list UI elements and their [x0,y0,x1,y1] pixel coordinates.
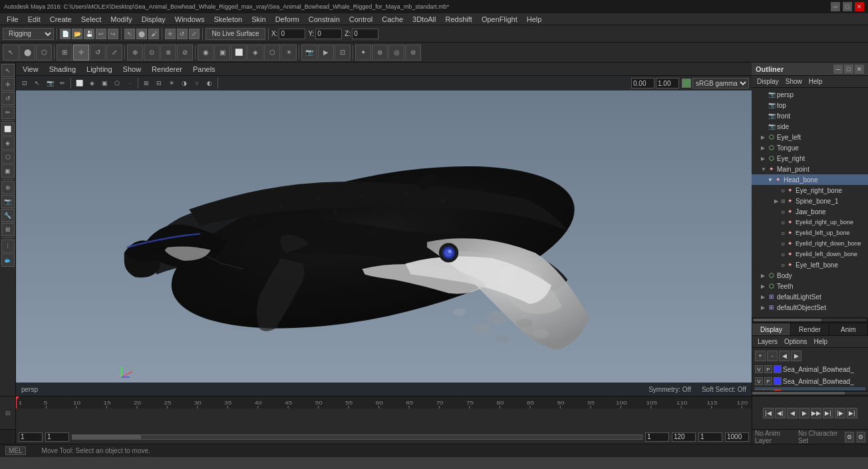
frame-current-2[interactable]: 1 [45,432,69,442]
vp-light-icon[interactable]: ☀ [166,77,178,89]
sidebar-select-icon[interactable]: ↖ [1,64,15,77]
layer-color-2[interactable] [774,377,782,385]
tree-item-persp[interactable]: 📷 persp [752,89,868,100]
tree-item-tongue[interactable]: ▶ ⬡ Tongue [752,142,868,153]
vp-show-btn[interactable]: Show [120,65,144,73]
timeline-main[interactable]: 1 5 10 15 20 25 30 35 40 45 50 55 60 [16,396,752,429]
open-scene-icon[interactable]: 📂 [72,29,82,39]
layer-v-2[interactable]: V [755,377,763,385]
sidebar-rotate-icon[interactable]: ↺ [1,92,15,105]
lasso-select-icon[interactable]: ⬤ [19,45,35,61]
frame-current-1[interactable]: 1 [19,432,43,442]
layer-del-btn[interactable]: - [767,351,778,361]
menu-3dtoall[interactable]: 3DtoAll [408,15,440,24]
outliner-tree[interactable]: 📷 persp 📷 top 📷 front � [752,88,868,317]
gamma-val1[interactable]: 0.00 [631,78,654,88]
new-scene-icon[interactable]: 📄 [60,29,71,39]
vp-flat-icon[interactable]: ▣ [98,77,110,89]
texture-icon[interactable]: ⬡ [264,45,280,61]
tree-item-jawbone[interactable]: ○ ✦ Jaw_bone [752,206,868,217]
layer-right-btn[interactable]: ▶ [791,351,801,361]
tree-item-teeth[interactable]: ▶ ⬡ Teeth [752,281,868,291]
anim-end[interactable]: 1000 [725,432,749,442]
play-forward-btn[interactable]: ▶▶ [811,408,821,418]
display-tab[interactable]: Display [752,323,791,335]
sidebar-box2-icon[interactable]: ⊠ [1,223,15,236]
go-start-btn[interactable]: |◀ [763,408,774,418]
tree-item-eyelidrdnbone[interactable]: ○ ✦ Eyelid_right_down_bone [752,238,868,249]
help-submenu[interactable]: Help [811,338,830,345]
wire-icon[interactable]: ▣ [214,45,230,61]
vp-bounding-icon[interactable]: ⬡ [111,77,123,89]
z-field[interactable] [352,29,378,39]
menu-cache[interactable]: Cache [378,15,407,24]
vp-renderer-btn[interactable]: Renderer [149,65,185,73]
menu-help[interactable]: Help [523,15,546,24]
vp-brush-icon[interactable]: ✏ [57,77,69,89]
select-tool-icon[interactable]: ↖ [3,45,19,61]
tree-item-front[interactable]: 📷 front [752,110,868,121]
sidebar-plus-icon[interactable]: ⊕ [1,181,15,194]
material-icon[interactable]: ◈ [247,45,263,61]
sidebar-brush-icon[interactable]: ✏ [1,106,15,119]
options-submenu[interactable]: Options [782,338,809,345]
menu-openflight[interactable]: OpenFlight [478,15,521,24]
scale-tool-icon[interactable]: ⤢ [106,45,122,61]
gamma-select[interactable]: sRGB gamma [692,78,749,88]
tree-item-eyeleftbone[interactable]: ○ ✦ Eye_left_bone [752,259,868,270]
outliner-hscroll[interactable] [752,317,868,323]
layer-left-btn[interactable]: ◀ [779,351,790,361]
menu-display[interactable]: Display [138,15,170,24]
menu-deform[interactable]: Deform [271,15,303,24]
menu-redshift[interactable]: Redshift [442,15,476,24]
transform-icon[interactable]: ⊞ [57,45,72,61]
tree-item-body[interactable]: ▶ ⬡ Body [752,270,868,281]
anim-tab[interactable]: Anim [829,323,868,335]
vp-wire-icon[interactable]: ⬜ [73,77,85,89]
live-surface-btn[interactable]: No Live Surface [206,28,265,40]
range-bar[interactable] [72,434,643,440]
sidebar-box-icon[interactable]: ⬜ [1,122,15,136]
soft-mod-icon[interactable]: ◉ [198,45,214,61]
save-scene-icon[interactable]: 💾 [84,29,94,39]
tree-item-defaultlightset[interactable]: ▶ ⊞ defaultLightSet [752,291,868,302]
tree-item-eyeleft[interactable]: ▶ ⬡ Eye_left [752,132,868,142]
rotate-icon[interactable]: ↺ [177,29,188,39]
gamma-val2[interactable]: 1.00 [656,78,679,88]
vp-view-btn[interactable]: View [20,65,41,73]
joint-icon[interactable]: ✦ [355,45,371,61]
viewport-canvas[interactable] [16,90,752,383]
layer-add-btn[interactable]: + [755,351,766,361]
tree-item-mainpoint[interactable]: ▼ ✦ Main_point [752,164,868,174]
mode-dropdown[interactable]: Rigging Animation Modeling Rendering [3,28,54,40]
lasso-icon[interactable]: ⬤ [136,29,147,39]
out-help-menu[interactable]: Help [806,78,825,85]
vp-panels-btn[interactable]: Panels [190,65,218,73]
move-tool-icon[interactable]: ✛ [73,45,89,61]
sidebar-move-icon[interactable]: ✛ [1,78,15,91]
smooth-icon[interactable]: ⬜ [231,45,247,61]
snap4-icon[interactable]: ⊘ [177,45,193,61]
vp-ao-icon[interactable]: ○ [191,77,203,89]
layer-p-1[interactable]: P [764,365,772,373]
range-end[interactable]: 120 [672,432,696,442]
range-start[interactable]: 1 [645,432,669,442]
camera-icon[interactable]: 📷 [301,45,317,61]
tree-item-eyelidldnbone[interactable]: ○ ✦ Eyelid_left_down_bone [752,249,868,259]
sidebar-fish-icon[interactable]: 🐟 [1,253,15,267]
sidebar-grid-icon[interactable]: ▣ [1,164,15,178]
undo-icon[interactable]: ↩ [96,29,106,39]
sidebar-hex-icon[interactable]: ⬡ [1,150,15,164]
redo-icon[interactable]: ↪ [108,29,118,39]
vp-points-icon[interactable]: · [124,77,136,89]
sidebar-dots-icon[interactable]: ⋮ [1,239,15,253]
sidebar-diamond-icon[interactable]: ◈ [1,136,15,150]
layer-color-1[interactable] [774,365,782,373]
vp-grid-icon[interactable]: ⊞ [140,77,152,89]
outliner-max-btn[interactable]: □ [844,65,853,74]
tree-item-eyeright[interactable]: ▶ ⬡ Eye_right [752,153,868,164]
vp-effect-icon[interactable]: ◐ [204,77,216,89]
paint-icon[interactable]: 🖌 [148,29,159,39]
orient-icon[interactable]: ◎ [388,45,404,61]
tree-item-side[interactable]: 📷 side [752,121,868,132]
